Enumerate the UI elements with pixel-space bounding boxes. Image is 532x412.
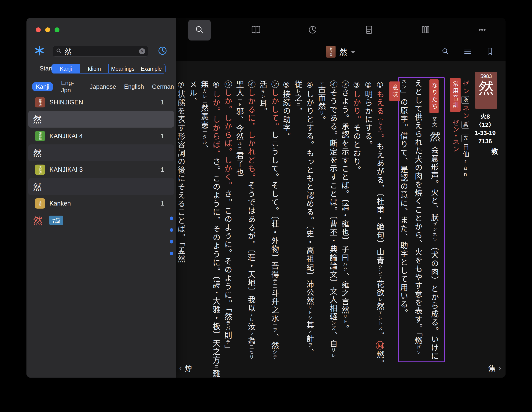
headword-kanji: 然 xyxy=(475,79,497,98)
etymology-column: えとして供えられた犬の肉を焼くことから、火をもやす意を表す。「燃ゼン xyxy=(413,79,422,356)
start-label: Start xyxy=(39,65,52,72)
search-mode-button[interactable] xyxy=(188,20,211,40)
library-icon xyxy=(420,24,431,36)
etymology-column: なりたち篆文然会意形声。火と、肰ゼンネン（犬の肉）とから成る。いけに xyxy=(428,79,440,360)
seal-script-glyph: 然 xyxy=(428,131,441,143)
meaning-column: ③しかり。そのとおり。 xyxy=(352,80,361,174)
dictionary-category-tabs: KanjiEng-JpnJapaneseEnglishGerman xyxy=(32,82,174,92)
blue-dot xyxy=(170,252,173,255)
dictionary-name: KANJIKAI 3 xyxy=(49,166,161,173)
meaning-column: ⑥しか。しからば。さ。このように。そのように。〔詩・大雅・板〕天之方ニ難 xyxy=(211,80,220,378)
main-toolbar xyxy=(176,18,505,42)
meaning-column: メル、 xyxy=(188,80,197,106)
dictionary-name: SHINJIGEN xyxy=(49,99,161,106)
search-field: × xyxy=(53,46,148,57)
dict-tab-kanji[interactable]: Kanji xyxy=(32,82,53,91)
book-icon xyxy=(251,24,261,36)
meaning-column: 従レ之ニ。 xyxy=(293,80,302,116)
search-panel: × Start KanjiIdiomMeaningsExample KanjiE… xyxy=(27,18,176,378)
clock-icon xyxy=(307,24,318,36)
result-count: 1 xyxy=(161,132,164,140)
dict-tab-japanese[interactable]: Japanese xyxy=(90,83,116,90)
kanji-code-panel: 5983 然 xyxy=(475,72,497,109)
more-button[interactable] xyxy=(471,20,493,40)
result-entry[interactable]: 然 xyxy=(28,144,174,161)
result-entry[interactable]: 然 xyxy=(28,178,174,195)
joyo-onkun-column: 常用音訓 ゼン・ネン xyxy=(450,78,461,152)
meaning-column: ㋒しか。しからば。しかく。さ。このように。そのように。「然ラバ則チ」 xyxy=(223,80,232,353)
scope-tab-kanji[interactable]: Kanji xyxy=(52,64,80,73)
all-dictionaries-button[interactable] xyxy=(34,45,45,57)
joyo-onkun-label: 常用音訓 xyxy=(450,78,461,112)
history-mode-button[interactable] xyxy=(301,20,324,40)
dictionary-header[interactable]: 漢辞海KANJIKAI 31 xyxy=(27,162,176,178)
meaning-column: 活キン耳。 xyxy=(258,80,267,116)
meaning-column: ㋐しかして。しこうして。そして。〔荘・外物〕吾得テ二斗升之水一ヲ、然シテ xyxy=(270,80,279,360)
prev-entry-button[interactable]: ‹ 焞 xyxy=(179,363,192,373)
meaning-column: テ古而然リ。 xyxy=(317,80,326,124)
blue-dot xyxy=(170,216,173,220)
document-icon xyxy=(364,24,374,36)
chevron-left-icon: ‹ xyxy=(179,363,182,373)
scope-tab-idiom[interactable]: Idiom xyxy=(80,64,109,73)
result-count: 1 xyxy=(161,99,164,106)
meaning-column: ㋐さよう。承認を示すことば。〔論・雍也〕子曰ハク、雍之言然リト。 xyxy=(340,80,349,333)
chevron-down-icon[interactable] xyxy=(351,51,355,54)
meaning-column: ④しかりとする。もっともと認める。〔史・高祖紀〕沛公然リトシ其ノ計ヲ、 xyxy=(305,80,314,356)
minimize-button[interactable] xyxy=(45,27,50,32)
dictionary-header[interactable]: 漢辞海KANJIKAI 41 xyxy=(27,128,176,144)
kanji-info-lines: 火8〈12〉1-33-197136 xyxy=(471,112,499,145)
search-icon xyxy=(56,48,62,55)
search-icon xyxy=(194,24,205,36)
dict-tab-german[interactable]: German xyxy=(152,83,174,90)
book-mode-button[interactable] xyxy=(245,20,267,40)
chevron-right-icon: › xyxy=(498,363,501,373)
clear-search-button[interactable]: × xyxy=(139,48,145,54)
ellipsis-icon xyxy=(477,24,487,36)
meaning-column: ㋑そうである。断定を示すことば。〔曹丕・典論論文〕文人相軽ンズ、自リレ xyxy=(328,80,337,358)
kanji-code: 5983 xyxy=(475,72,497,79)
reading-column: ゼン漢ネン呉先日仙rán xyxy=(462,80,469,178)
kanji-index-info: 火8〈12〉1-33-197136 教 xyxy=(471,112,499,156)
next-entry-button[interactable]: 焦 › xyxy=(488,363,501,373)
meaning-column: ②明らかにする。 xyxy=(363,80,372,149)
dictionary-cover-icon: 漢辞海 xyxy=(35,165,45,175)
close-button[interactable] xyxy=(36,27,41,32)
scope-tab-example[interactable]: Example xyxy=(137,64,166,73)
meaning-column: ㋑しかるに。しかれども。そうではあるが。〔荘・天地〕我以テレ汝ヲ為二セリ xyxy=(246,80,256,360)
dictionary-name: Kanken xyxy=(49,200,161,207)
entry-search-button[interactable] xyxy=(441,47,450,57)
meaning-column: 無カレ二然憲憲一タル、 xyxy=(200,80,209,153)
joyo-reading: ゼン・ネン xyxy=(452,119,459,152)
more-results-dots xyxy=(170,216,173,255)
notes-mode-button[interactable] xyxy=(358,20,380,40)
index-menu-button[interactable] xyxy=(463,47,472,57)
meaning-column: ⑦状態を表す形容詞の後にそえることば。「孟然 xyxy=(176,80,185,263)
result-entry[interactable]: 然 xyxy=(28,111,174,128)
bookmark-button[interactable] xyxy=(485,47,494,57)
dictionary-window: 新字源 然 5983 然 火8〈12〉1-33-197136 教 xyxy=(27,18,505,378)
scope-tab-meanings[interactable]: Meanings xyxy=(108,64,137,73)
etymology-label: なりたち xyxy=(429,79,439,113)
result-entry[interactable]: 然7級 xyxy=(28,212,174,229)
dict-tab-eng-jpn[interactable]: Eng-Jpn xyxy=(61,79,82,94)
entry-bar-actions xyxy=(441,42,494,61)
result-count: 1 xyxy=(161,166,164,173)
search-input[interactable] xyxy=(64,47,139,56)
dictionary-cover-icon: 新字源 xyxy=(35,97,45,107)
kanji-grade: 教 xyxy=(471,148,499,156)
zoom-button[interactable] xyxy=(55,27,59,32)
dictionary-header[interactable]: 漢検Kanken1 xyxy=(27,196,176,211)
dict-tab-english[interactable]: English xyxy=(124,83,144,90)
asterisk-icon xyxy=(34,53,45,57)
meaning-column: ⑤接続の助字。 xyxy=(281,80,291,141)
result-count: 1 xyxy=(161,200,164,207)
dictionary-name: KANJIKAI 4 xyxy=(49,132,161,140)
blue-dot xyxy=(170,240,173,243)
library-mode-button[interactable] xyxy=(414,20,437,40)
dictionary-header[interactable]: 新字源SHINJIGEN1 xyxy=(27,94,176,110)
search-history-button[interactable] xyxy=(157,46,168,57)
dictionary-cover-icon: 新字源 xyxy=(326,46,335,57)
grade-badge: 7級 xyxy=(49,215,63,225)
blue-dot xyxy=(170,228,173,232)
